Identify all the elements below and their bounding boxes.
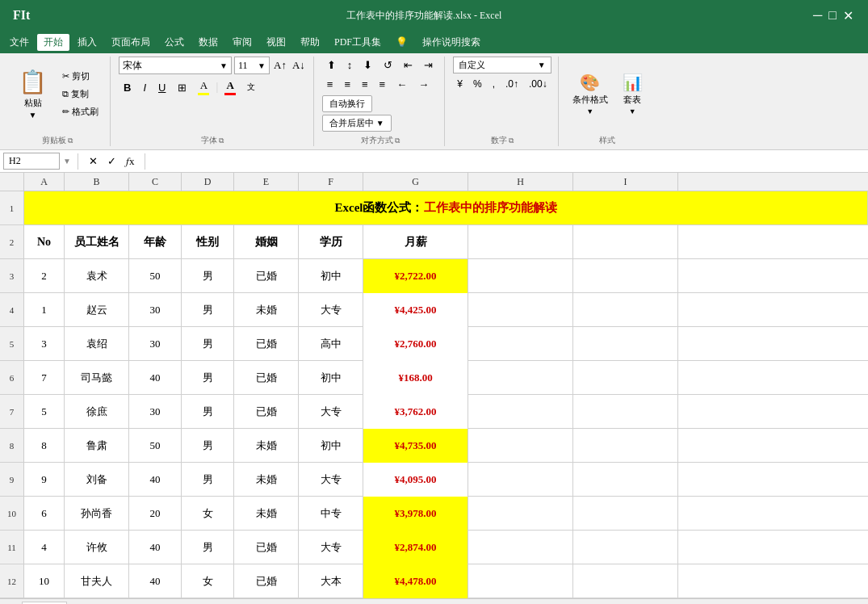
sheet-tab-1[interactable]: Sheet1 <box>22 602 67 605</box>
cell-7d[interactable]: 男 <box>182 395 234 429</box>
col-header-g[interactable]: G <box>363 173 468 191</box>
cell-11b[interactable]: 许攸 <box>65 531 129 564</box>
cell-3e[interactable]: 已婚 <box>234 259 299 293</box>
cell-11a[interactable]: 4 <box>24 531 65 564</box>
font-size-input[interactable]: 11 ▼ <box>234 57 270 74</box>
align-justify-btn[interactable]: ≡ <box>375 76 391 93</box>
cell-10h[interactable] <box>468 497 573 531</box>
align-bottom-btn[interactable]: ⬇ <box>359 57 377 73</box>
cell-7c[interactable]: 30 <box>129 395 182 429</box>
menu-layout[interactable]: 页面布局 <box>105 34 157 51</box>
cell-10i[interactable] <box>573 497 678 531</box>
cell-7g[interactable]: ¥3,762.00 <box>363 395 468 429</box>
increase-decimal-btn[interactable]: .0↑ <box>501 76 522 92</box>
percent-btn[interactable]: % <box>469 76 486 92</box>
cell-11e[interactable]: 已婚 <box>234 531 299 564</box>
cell-10c[interactable]: 20 <box>129 497 182 531</box>
cell-8h[interactable] <box>468 429 573 463</box>
cut-button[interactable]: ✂剪切 <box>57 68 103 85</box>
cell-reference-box[interactable]: H2 <box>3 153 60 170</box>
cell-10a[interactable]: 6 <box>24 497 65 531</box>
underline-button[interactable]: U <box>153 79 170 96</box>
cell-6e[interactable]: 已婚 <box>234 361 299 395</box>
menu-insert[interactable]: 插入 <box>71 34 103 51</box>
col-header-b[interactable]: B <box>65 173 129 191</box>
reduce-indent-btn[interactable]: ← <box>392 76 412 93</box>
cell-9a[interactable]: 9 <box>24 463 65 497</box>
cell-12c[interactable]: 40 <box>129 564 182 598</box>
cell-2d[interactable]: 性别 <box>182 225 234 259</box>
cell-2c[interactable]: 年龄 <box>129 225 182 259</box>
cell-8f[interactable]: 初中 <box>299 429 363 463</box>
comma-btn[interactable]: , <box>489 76 499 92</box>
cell-2f[interactable]: 学历 <box>299 225 363 259</box>
cell-2a[interactable]: No <box>24 225 65 259</box>
cell-9e[interactable]: 未婚 <box>234 463 299 497</box>
cell-3f[interactable]: 初中 <box>299 259 363 293</box>
format-painter-button[interactable]: ✏格式刷 <box>57 103 103 120</box>
cell-10f[interactable]: 中专 <box>299 497 363 531</box>
menu-file[interactable]: 文件 <box>3 34 36 51</box>
cell-6i[interactable] <box>573 361 678 395</box>
cell-5e[interactable]: 已婚 <box>234 327 299 361</box>
cell-12e[interactable]: 已婚 <box>234 564 299 598</box>
cell-8a[interactable]: 8 <box>24 429 65 463</box>
cell-4e[interactable]: 未婚 <box>234 293 299 327</box>
merge-center-btn[interactable]: 合并后居中 ▼ <box>322 115 392 132</box>
cell-10b[interactable]: 孙尚香 <box>65 497 129 531</box>
cell-9f[interactable]: 大专 <box>299 463 363 497</box>
cell-7f[interactable]: 大专 <box>299 395 363 429</box>
cell-4i[interactable] <box>573 293 678 327</box>
cell-3g[interactable]: ¥2,722.00 <box>363 259 468 293</box>
minimize-btn[interactable]: ─ <box>813 8 822 23</box>
fill-color-button[interactable]: A <box>194 77 213 98</box>
cell-8e[interactable]: 未婚 <box>234 429 299 463</box>
menu-search[interactable]: 操作说明搜索 <box>416 34 487 51</box>
menu-data[interactable]: 数据 <box>192 34 224 51</box>
cell-5g[interactable]: ¥2,760.00 <box>363 327 468 361</box>
col-header-d[interactable]: D <box>182 173 234 191</box>
cell-9d[interactable]: 男 <box>182 463 234 497</box>
cell-11i[interactable] <box>573 531 678 564</box>
menu-formula[interactable]: 公式 <box>158 34 191 51</box>
cell-4f[interactable]: 大专 <box>299 293 363 327</box>
cell-5b[interactable]: 袁绍 <box>65 327 129 361</box>
cell-9g[interactable]: ¥4,095.00 <box>363 463 468 497</box>
decrease-decimal-btn[interactable]: .00↓ <box>525 76 551 92</box>
table-format-btn[interactable]: 📊 套表 ▼ <box>617 69 648 119</box>
cell-3a[interactable]: 2 <box>24 259 65 293</box>
cell-2g[interactable]: 月薪 <box>363 225 468 259</box>
cell-11f[interactable]: 大专 <box>299 531 363 564</box>
menu-home[interactable]: 开始 <box>37 34 69 51</box>
close-btn[interactable]: ✕ <box>843 8 853 23</box>
cell-8c[interactable]: 50 <box>129 429 182 463</box>
cell-4b[interactable]: 赵云 <box>65 293 129 327</box>
cell-6a[interactable]: 7 <box>24 361 65 395</box>
cell-3d[interactable]: 男 <box>182 259 234 293</box>
cell-4c[interactable]: 30 <box>129 293 182 327</box>
menu-tips-icon[interactable]: 💡 <box>389 35 414 50</box>
cell-4g[interactable]: ¥4,425.00 <box>363 293 468 327</box>
font-color-button[interactable]: A <box>220 77 240 98</box>
cell-12d[interactable]: 女 <box>182 564 234 598</box>
cell-12b[interactable]: 甘夫人 <box>65 564 129 598</box>
col-header-e[interactable]: E <box>234 173 299 191</box>
formula-insert-fn-btn[interactable]: 𝑓x <box>122 153 139 170</box>
menu-help[interactable]: 帮助 <box>294 34 326 51</box>
border-button[interactable]: ⊞ <box>173 79 191 96</box>
cell-2b[interactable]: 员工姓名 <box>65 225 129 259</box>
cell-7i[interactable] <box>573 395 678 429</box>
bold-button[interactable]: B <box>119 79 136 96</box>
menu-pdf[interactable]: PDF工具集 <box>328 34 388 51</box>
cell-7e[interactable]: 已婚 <box>234 395 299 429</box>
italic-button[interactable]: I <box>138 79 151 96</box>
cell-5d[interactable]: 男 <box>182 327 234 361</box>
align-right-btn[interactable]: ≡ <box>357 76 373 93</box>
cell-9h[interactable] <box>468 463 573 497</box>
cell-12i[interactable] <box>573 564 678 598</box>
cell-4d[interactable]: 男 <box>182 293 234 327</box>
cell-7b[interactable]: 徐庶 <box>65 395 129 429</box>
cell-2e[interactable]: 婚姻 <box>234 225 299 259</box>
cell-5f[interactable]: 高中 <box>299 327 363 361</box>
cell-3h[interactable] <box>468 259 573 293</box>
